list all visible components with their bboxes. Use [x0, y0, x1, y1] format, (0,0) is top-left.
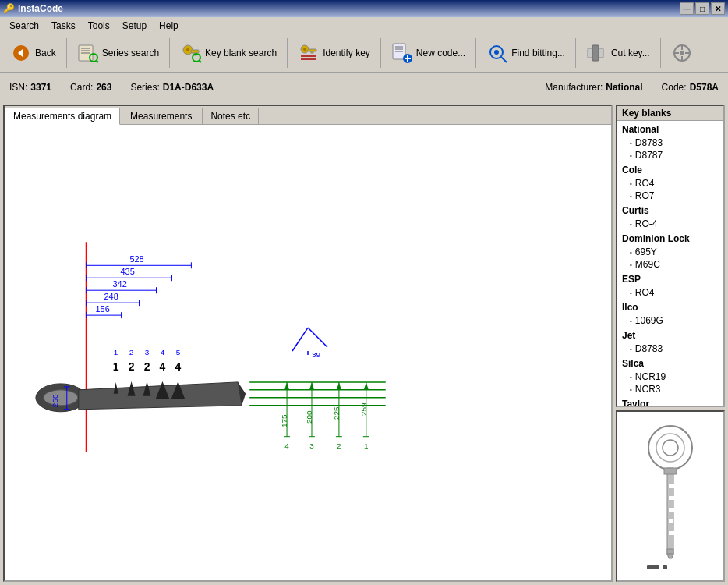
manufacturer-value: National: [606, 82, 642, 93]
minimize-button[interactable]: —: [680, 2, 694, 15]
card-info: Card: 263: [70, 82, 111, 93]
brand-header-national: National: [617, 122, 723, 136]
back-label: Back: [35, 48, 56, 58]
identify-key-button[interactable]: Identify key: [292, 37, 376, 69]
svg-rect-107: [664, 468, 677, 474]
menu-help[interactable]: Help: [153, 19, 185, 33]
brand-header-silca: Silca: [617, 356, 723, 370]
title-bar-controls: — □ ✕: [680, 2, 725, 15]
blank-item[interactable]: NCR19: [617, 370, 723, 383]
diagram-area: 528 435 342 248 156: [5, 125, 611, 577]
blank-item[interactable]: NCR3: [617, 383, 723, 395]
svg-text:3: 3: [309, 441, 314, 450]
menu-tools[interactable]: Tools: [82, 19, 116, 33]
svg-rect-110: [669, 508, 677, 512]
menu-search[interactable]: Search: [3, 19, 45, 33]
manufacturer-info: Manufacturer: National: [545, 82, 642, 93]
find-bitting-icon: [486, 42, 508, 64]
svg-rect-108: [669, 484, 677, 488]
svg-rect-9: [191, 50, 199, 53]
svg-rect-113: [667, 549, 673, 554]
brand-header-ilco: Ilco: [617, 300, 723, 314]
separator4: [380, 38, 381, 68]
key-blank-search-label: Key blank search: [205, 48, 277, 58]
main-content: Measurements diagram Measurements Notes …: [0, 101, 728, 585]
svg-text:528: 528: [129, 254, 143, 264]
svg-line-7: [97, 61, 98, 62]
key-blank-search-button[interactable]: Key blank search: [175, 37, 282, 69]
svg-text:1: 1: [364, 441, 369, 450]
blank-item[interactable]: D8787: [617, 149, 723, 161]
svg-text:342: 342: [112, 279, 126, 289]
back-icon: [10, 42, 32, 64]
extra-icon: [671, 42, 693, 64]
brand-header-jet: Jet: [617, 328, 723, 342]
separator5: [475, 38, 476, 68]
blank-item[interactable]: RO4: [617, 177, 723, 190]
isn-label: ISN:: [9, 82, 27, 93]
svg-text:250: 250: [51, 394, 59, 407]
menu-bar: Search Tasks Tools Setup Help: [0, 17, 728, 34]
isn-info: ISN: 3371: [9, 82, 51, 93]
blank-item[interactable]: RO4: [617, 286, 723, 299]
svg-rect-111: [669, 519, 673, 523]
title-bar-left: 🔑 InstaCode: [3, 3, 63, 14]
left-panel: Measurements diagram Measurements Notes …: [3, 105, 613, 582]
brand-header-dominion-lock: Dominion Lock: [617, 232, 723, 246]
toolbar: Back Series search: [0, 34, 728, 73]
svg-rect-114: [647, 565, 659, 569]
svg-rect-31: [592, 45, 599, 61]
blank-item[interactable]: 695Y: [617, 246, 723, 258]
new-code-button[interactable]: New code...: [386, 37, 471, 69]
tab-notes[interactable]: Notes etc: [202, 108, 259, 124]
tab-measurements[interactable]: Measurements: [122, 108, 200, 124]
find-bitting-button[interactable]: Find bitting...: [481, 37, 571, 69]
series-search-button[interactable]: Series search: [72, 37, 164, 69]
find-bitting-label: Find bitting...: [511, 48, 565, 58]
app-title: InstaCode: [18, 3, 63, 14]
svg-point-33: [680, 51, 684, 55]
maximize-button[interactable]: □: [695, 2, 709, 15]
blank-item[interactable]: 1069G: [617, 314, 723, 327]
svg-text:4: 4: [160, 360, 166, 373]
blank-item[interactable]: RO-4: [617, 218, 723, 230]
svg-text:4: 4: [161, 348, 165, 356]
cut-key-icon: [586, 42, 608, 64]
series-info: Series: D1A-D633A: [130, 82, 214, 93]
menu-tasks[interactable]: Tasks: [45, 19, 82, 33]
svg-text:2: 2: [144, 360, 150, 373]
brand-header-taylor: Taylor: [617, 397, 723, 407]
svg-text:435: 435: [120, 267, 134, 276]
new-code-icon: [391, 42, 413, 64]
blank-item[interactable]: RO7: [617, 190, 723, 202]
brand-header-cole: Cole: [617, 163, 723, 177]
key-blanks-title: Key blanks: [617, 106, 723, 121]
blank-item[interactable]: D8783: [617, 342, 723, 355]
brand-header-esp: ESP: [617, 272, 723, 286]
close-button[interactable]: ✕: [711, 2, 725, 15]
key-blanks-panel: Key blanks NationalD8783D8787ColeRO4RO7C…: [616, 105, 725, 407]
tab-measurements-diagram[interactable]: Measurements diagram: [5, 108, 120, 125]
menu-setup[interactable]: Setup: [116, 19, 153, 33]
svg-text:2: 2: [337, 441, 341, 450]
isn-value: 3371: [30, 82, 51, 93]
identify-key-label: Identify key: [323, 48, 370, 58]
card-label: Card:: [70, 82, 93, 93]
blank-item[interactable]: D8783: [617, 136, 723, 149]
svg-line-29: [501, 57, 507, 62]
key-blanks-list: NationalD8783D8787ColeRO4RO7CurtisRO-4Do…: [617, 122, 723, 407]
svg-text:156: 156: [96, 304, 110, 314]
svg-text:200: 200: [305, 410, 313, 424]
code-info: Code: D578A: [662, 82, 719, 93]
blank-item[interactable]: M69C: [617, 258, 723, 271]
diagram-svg: 528 435 342 248 156: [5, 125, 611, 577]
series-search-icon: [77, 42, 99, 64]
back-button[interactable]: Back: [5, 37, 62, 69]
extra-button[interactable]: [666, 37, 698, 69]
svg-line-13: [200, 61, 201, 62]
svg-text:3: 3: [145, 348, 150, 356]
key-blank-search-icon: [180, 42, 202, 64]
svg-point-104: [656, 434, 684, 462]
cut-key-button[interactable]: Cut key...: [581, 37, 656, 69]
key-image-panel: [616, 410, 725, 582]
